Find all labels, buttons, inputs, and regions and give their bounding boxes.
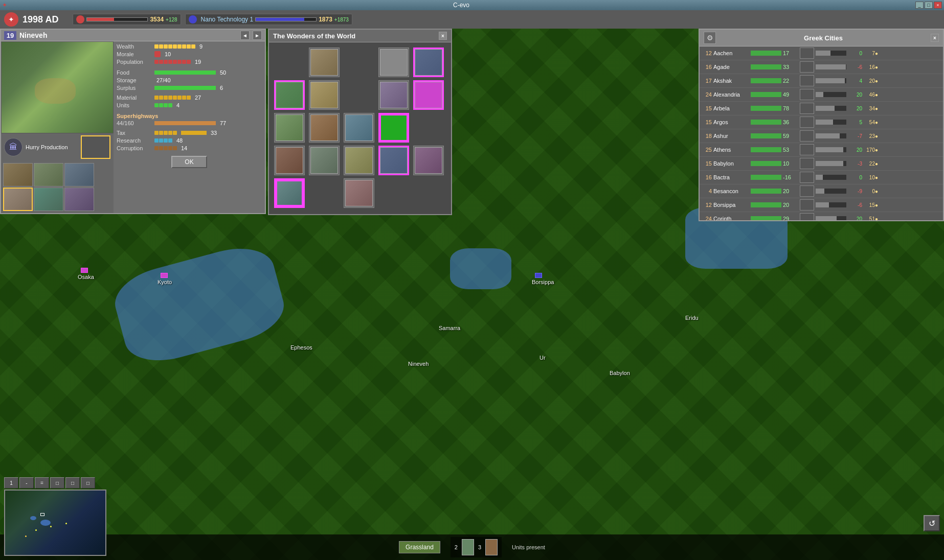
minimap[interactable] [4, 489, 106, 556]
close-button[interactable]: × [934, 2, 942, 9]
city-row-num: 25 [702, 147, 712, 153]
window-controls[interactable]: _ □ × [915, 2, 944, 9]
wealth-icons [154, 44, 195, 49]
city-row-name: Arbela [713, 105, 749, 111]
prod-thumb-6[interactable] [64, 188, 94, 211]
current-production-thumb[interactable] [81, 135, 110, 159]
city-row-bar [751, 64, 781, 69]
wonder-wonder7[interactable] [413, 80, 444, 110]
city-row-size: 20 [783, 202, 798, 208]
city-row[interactable]: 25 Athens 53 20 170● [700, 143, 943, 157]
city-row[interactable]: 15 Babylon 10 -3 22● [700, 157, 943, 171]
minimap-ctrl-1[interactable]: 1 [4, 477, 18, 488]
city-row-name: Bactra [713, 174, 749, 180]
minimap-ctrl-box3[interactable]: □ [81, 477, 95, 488]
city-row[interactable]: 24 Corinth 29 20 51● [700, 212, 943, 220]
city-row-units [816, 175, 846, 180]
city-row-thumb [800, 89, 814, 100]
production-bar [154, 121, 216, 125]
maximize-button[interactable]: □ [925, 2, 933, 9]
culture-count: 3534 [150, 16, 164, 23]
wonder-gray[interactable] [378, 48, 409, 77]
city-map-image[interactable] [1, 41, 114, 133]
city-row[interactable]: 4 Besancon 20 -9 0● [700, 184, 943, 198]
wonder-wonder15[interactable] [413, 146, 444, 175]
tax-icons [154, 131, 177, 135]
wonder-wonder13[interactable] [344, 146, 374, 175]
wonder-wonder11[interactable] [274, 146, 305, 175]
city-row-name: Akshak [713, 78, 749, 84]
wonders-panel: The Wonders of the World × [268, 29, 452, 215]
city-row[interactable]: 12 Aachen 17 0 7● [700, 46, 943, 60]
city-row-bar [751, 216, 781, 220]
minimap-ctrl-minus[interactable]: - [19, 477, 34, 488]
wonder-vitruvian[interactable] [413, 48, 444, 77]
cities-title: Greek Cities [804, 34, 843, 42]
prod-thumb-5[interactable] [34, 188, 63, 211]
wonder-colosseum[interactable] [309, 113, 340, 143]
wonder-empty-6 [378, 178, 409, 208]
city-row-name: Corinth [713, 216, 749, 220]
city-number-badge: 19 [4, 31, 16, 40]
prod-thumb-1[interactable] [3, 163, 33, 186]
cities-gear-icon[interactable]: ⚙ [704, 32, 716, 44]
prod-thumb-4[interactable] [3, 188, 33, 211]
surplus-val: 6 [220, 85, 223, 91]
right-scroll-button[interactable]: ↺ [924, 515, 940, 531]
wonder-wonder17[interactable] [344, 178, 374, 208]
wonder-wonder10[interactable] [344, 113, 374, 143]
city-row[interactable]: 24 Alexandria 49 20 46● [700, 88, 943, 102]
wonder-wonder12[interactable] [309, 146, 340, 175]
wonder-wonder6[interactable] [378, 80, 409, 110]
prod-thumb-3[interactable] [64, 163, 94, 186]
city-row[interactable]: 18 Ashur 59 -7 23● [700, 129, 943, 143]
city-row-score: 4 [848, 78, 862, 84]
hurry-label[interactable]: Hurry Production [26, 144, 68, 150]
city-row[interactable]: 12 Borsippa 20 -6 15● [700, 198, 943, 212]
city-row[interactable]: 16 Bactra -16 0 10● [700, 171, 943, 184]
city-row[interactable]: 17 Akshak 22 4 20● [700, 74, 943, 88]
city-row-size: 22 [783, 78, 798, 84]
city-row-units [816, 161, 846, 166]
tech-icon [189, 15, 197, 24]
culture-icon [76, 15, 84, 24]
city-row-units [816, 216, 846, 220]
production-section-header: Superhighways [117, 113, 262, 119]
wonder-eiffel[interactable] [378, 146, 409, 175]
city-row-score: 20 [848, 147, 862, 153]
tech-bar [256, 18, 304, 21]
wonders-close-button[interactable]: × [439, 32, 447, 40]
wonder-wonder8[interactable] [274, 113, 305, 143]
production-thumbs [1, 161, 114, 213]
stat-row-corruption: Corruption 14 [117, 145, 262, 151]
city-next-button[interactable]: ► [253, 31, 262, 40]
minimap-ctrl-box2[interactable]: □ [65, 477, 80, 488]
hurry-section: 🏛 Hurry Production [1, 133, 114, 161]
city-row[interactable]: 15 Argos 36 5 54● [700, 115, 943, 129]
city-row[interactable]: 15 Arbela 78 20 34● [700, 102, 943, 115]
population-val: 19 [195, 59, 201, 65]
city-row-num: 15 [702, 105, 712, 111]
wonder-wonder16[interactable] [274, 178, 305, 208]
wonder-pyramids[interactable] [309, 80, 340, 110]
population-label: Population [117, 59, 152, 65]
minimize-button[interactable]: _ [915, 2, 924, 9]
city-prev-button[interactable]: ◄ [240, 31, 250, 40]
wonder-parthenon[interactable] [309, 48, 340, 77]
city-row-delta: 54● [864, 120, 878, 125]
prod-thumb-2[interactable] [34, 163, 63, 186]
hurry-icon[interactable]: 🏛 [4, 138, 23, 156]
city-row-size: 78 [783, 105, 798, 111]
wonder-apple[interactable] [378, 113, 409, 143]
minimap-ctrl-box1[interactable]: □ [50, 477, 64, 488]
research-icons [154, 138, 172, 143]
wonder-liberty[interactable] [274, 80, 305, 110]
ok-button[interactable]: OK [171, 156, 207, 168]
wonders-grid [269, 42, 451, 214]
cities-list[interactable]: 12 Aachen 17 0 7● 16 Agade 33 -6 16● 17 … [700, 46, 943, 220]
city-row[interactable]: 16 Agade 33 -6 16● [700, 60, 943, 74]
minimap-water [30, 516, 36, 520]
city-row-score: -9 [848, 189, 862, 194]
minimap-ctrl-equals[interactable]: = [35, 477, 49, 488]
cities-close-button[interactable]: × [931, 34, 939, 42]
